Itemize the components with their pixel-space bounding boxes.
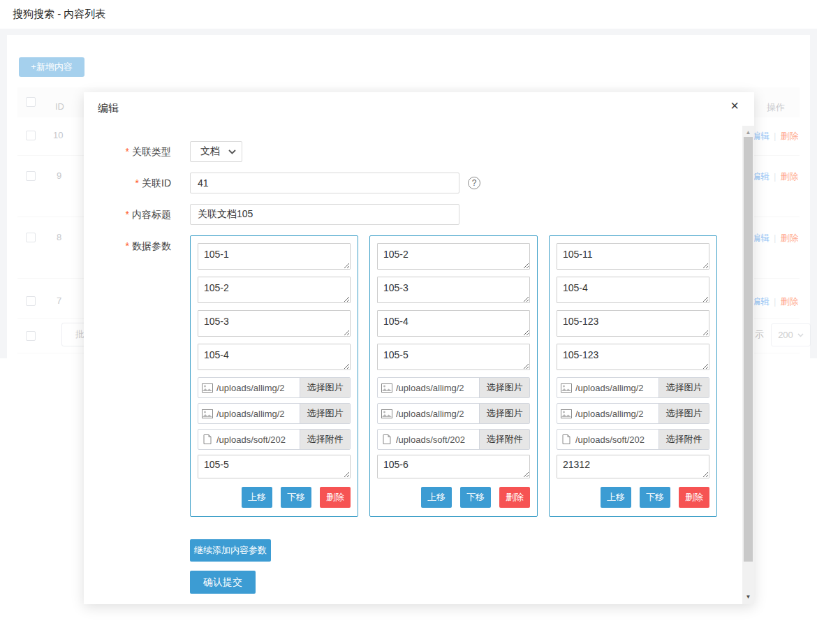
move-up-button[interactable]: 上移 [601,487,631,508]
image-path: /uploads/allimg/2 [575,383,658,393]
select-image-button[interactable]: 选择图片 [300,404,350,423]
file-picker-row: /uploads/soft/202 选择附件 [377,429,530,450]
param-text-input[interactable]: 105-2 [198,277,351,303]
file-picker-row: /uploads/soft/202 选择附件 [198,429,351,450]
relation-type-row: *关联类型 文档 [98,141,733,162]
relation-type-value: 文档 [200,145,220,158]
move-down-button[interactable]: 下移 [281,487,311,508]
image-icon [198,409,216,418]
image-path: /uploads/allimg/2 [216,383,300,393]
param-text-input[interactable]: 105-123 [557,310,709,337]
action-divider: | [774,131,776,141]
select-image-button[interactable]: 选择图片 [658,404,709,423]
image-picker-row: /uploads/allimg/2 选择图片 [557,377,709,398]
delete-param-button[interactable]: 删除 [679,487,709,508]
delete-link[interactable]: 删除 [780,233,798,243]
delete-link[interactable]: 删除 [780,171,798,182]
required-mark: * [126,209,129,220]
image-path: /uploads/allimg/2 [396,383,479,393]
image-icon [557,383,575,393]
param-text-input[interactable]: 105-4 [198,344,351,370]
scroll-down-icon[interactable]: ▼ [742,592,754,601]
relation-type-select[interactable]: 文档 [190,141,242,162]
edit-dialog: 编辑 × *关联类型 文档 *关联ID ? *内容标题 *数据参数 [84,92,754,604]
move-down-button[interactable]: 下移 [460,487,491,508]
scroll-up-icon[interactable]: ▲ [742,127,754,137]
param-text-input[interactable]: 105-5 [198,455,351,478]
add-param-button[interactable]: 继续添加内容参数 [190,539,271,562]
select-all-checkbox[interactable] [26,97,36,107]
form-footer: 继续添加内容参数 确认提交 [190,527,733,594]
param-cards: 105-1 105-2 105-3 105-4 /uploads/allimg/… [190,235,717,517]
help-icon[interactable]: ? [468,177,480,189]
param-text-input[interactable]: 105-3 [198,310,351,337]
param-text-input[interactable]: 105-5 [377,344,530,370]
delete-link[interactable]: 删除 [780,296,798,307]
move-down-button[interactable]: 下移 [640,487,670,508]
param-text-input[interactable]: 105-2 [377,243,530,270]
chevron-down-icon [228,149,236,154]
file-icon [198,434,216,444]
image-picker-row: /uploads/allimg/2 选择图片 [377,403,530,424]
param-text-input[interactable]: 105-3 [377,277,530,303]
param-card: 105-11 105-4 105-123 105-123 /uploads/al… [549,235,717,517]
delete-link[interactable]: 删除 [780,131,798,141]
modal-scrollbar[interactable]: ▲ ▼ [742,126,754,604]
file-icon [557,434,575,444]
delete-param-button[interactable]: 删除 [320,487,351,508]
select-file-button[interactable]: 选择附件 [658,430,709,449]
submit-button[interactable]: 确认提交 [190,571,256,594]
select-image-button[interactable]: 选择图片 [479,378,529,397]
param-text-input[interactable]: 105-4 [377,310,530,337]
row-checkbox[interactable] [26,131,36,140]
page-size-select[interactable]: 200 [771,323,811,346]
image-picker-row: /uploads/allimg/2 选择图片 [198,377,351,398]
card-actions: 上移 下移 删除 [557,487,709,508]
file-path: /uploads/soft/202 [396,434,479,445]
image-path: /uploads/allimg/2 [216,409,300,419]
row-actions: 编辑|删除 [751,170,798,183]
delete-param-button[interactable]: 删除 [499,487,530,508]
param-text-input[interactable]: 21312 [557,455,709,478]
column-header-ops: 操作 [767,101,785,114]
param-text-input[interactable]: 105-123 [557,344,709,370]
param-text-input[interactable]: 105-1 [198,243,351,270]
close-icon[interactable]: × [730,98,739,112]
row-checkbox[interactable] [26,171,36,181]
page-title: 搜狗搜索 - 内容列表 [13,8,105,21]
data-params-row: *数据参数 105-1 105-2 105-3 105-4 /uploads/a… [98,235,733,517]
file-picker-row: /uploads/soft/202 选择附件 [557,429,709,450]
page-size-value: 200 [778,330,793,340]
required-mark: * [135,177,139,189]
select-file-button[interactable]: 选择附件 [479,430,529,449]
content-title-input[interactable] [190,204,459,225]
select-image-button[interactable]: 选择图片 [479,404,529,423]
row-checkbox[interactable] [26,296,36,306]
param-card: 105-2 105-3 105-4 105-5 /uploads/allimg/… [369,235,538,517]
row-checkbox[interactable] [26,233,36,242]
row-id: 8 [57,232,61,242]
page-size-label-fragment: 示 [755,328,764,341]
move-up-button[interactable]: 上移 [242,487,272,508]
row-actions: 编辑|删除 [751,130,798,142]
move-up-button[interactable]: 上移 [421,487,452,508]
select-image-button[interactable]: 选择图片 [658,378,709,397]
card-actions: 上移 下移 删除 [377,487,530,508]
action-divider: | [774,171,776,182]
scrollbar-thumb[interactable] [744,137,753,562]
action-divider: | [774,233,776,243]
param-text-input[interactable]: 105-6 [377,455,530,478]
field-label: *内容标题 [98,204,171,225]
image-icon [557,409,575,418]
select-image-button[interactable]: 选择图片 [300,378,350,397]
image-picker-row: /uploads/allimg/2 选择图片 [557,403,709,424]
file-icon [378,434,396,444]
relation-id-input[interactable] [190,173,459,193]
batch-select-checkbox[interactable] [26,331,36,341]
param-text-input[interactable]: 105-11 [557,243,709,270]
image-icon [378,409,396,418]
image-icon [378,383,396,393]
add-content-button[interactable]: +新增内容 [19,57,84,77]
param-text-input[interactable]: 105-4 [557,277,709,303]
select-file-button[interactable]: 选择附件 [300,430,350,449]
